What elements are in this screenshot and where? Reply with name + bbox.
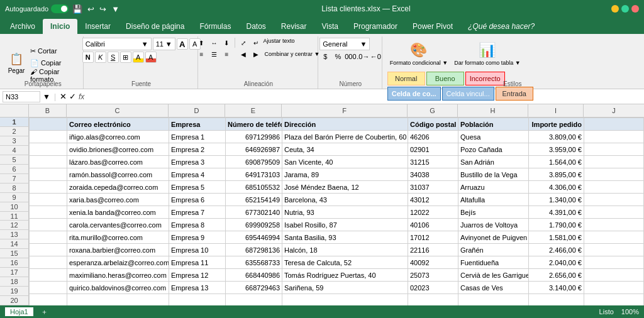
- cell-c2[interactable]: iñigo.alas@correo.com: [67, 131, 169, 143]
- font-color-button[interactable]: A: [145, 52, 157, 63]
- cell-f11[interactable]: Halcón, 18: [282, 244, 408, 256]
- tab-datos[interactable]: Datos: [238, 19, 273, 34]
- cell-c9[interactable]: carola.cervantes@correo.com: [67, 219, 169, 231]
- text-angle-button[interactable]: ⤢: [238, 38, 249, 48]
- cell-f12[interactable]: Teresa de Calcuta, 52: [282, 256, 408, 269]
- dec-decimal-button[interactable]: ←0: [370, 52, 381, 62]
- currency-button[interactable]: $: [319, 52, 331, 62]
- cell-g13[interactable]: 25073: [408, 269, 458, 282]
- cell-e1[interactable]: Número de teléfono: [226, 118, 282, 131]
- cell-d9[interactable]: Empresa 8: [169, 219, 226, 231]
- cell-b7[interactable]: [30, 194, 67, 206]
- cell-i5[interactable]: 3.895,00 €: [529, 168, 584, 181]
- cell-reference-box[interactable]: N33: [3, 91, 40, 102]
- undo-icon[interactable]: ↩: [86, 3, 96, 15]
- font-family-selector[interactable]: Calibri ▼: [82, 38, 152, 50]
- cell-f1[interactable]: Dirección: [282, 118, 408, 131]
- cell-c12[interactable]: esperanza.arbelaiz@correo.com: [67, 256, 169, 269]
- cell-d10[interactable]: Empresa 9: [169, 231, 226, 244]
- tab-formulas[interactable]: Fórmulas: [192, 19, 238, 34]
- style-entrada-button[interactable]: Entrada: [496, 87, 533, 101]
- cell-d4[interactable]: Empresa 3: [169, 156, 226, 168]
- cell-b11[interactable]: [30, 244, 67, 256]
- cell-b5[interactable]: [30, 168, 67, 181]
- cell-e14[interactable]: 668729463: [226, 282, 282, 294]
- cell-d12[interactable]: Empresa 11: [169, 256, 226, 269]
- cell-h15[interactable]: [458, 294, 529, 306]
- cell-i10[interactable]: 1.581,00 €: [529, 231, 584, 244]
- minimize-button[interactable]: [611, 5, 619, 13]
- cell-i3[interactable]: 3.959,00 €: [529, 143, 584, 156]
- add-sheet-icon[interactable]: ＋: [41, 307, 48, 317]
- cell-i12[interactable]: 2.040,00 €: [529, 256, 584, 269]
- cell-f5[interactable]: Jarama, 89: [282, 168, 408, 181]
- cell-j5[interactable]: [584, 168, 644, 181]
- cell-i1[interactable]: Importe pedido: [529, 118, 584, 131]
- style-celda-vin-button[interactable]: Celda vincul...: [442, 87, 494, 101]
- cell-e10[interactable]: 695446994: [226, 231, 282, 244]
- cell-h14[interactable]: Casas de Ves: [458, 282, 529, 294]
- tab-vista[interactable]: Vista: [314, 19, 346, 34]
- cell-i13[interactable]: 2.656,00 €: [529, 269, 584, 282]
- cell-g9[interactable]: 40106: [408, 219, 458, 231]
- cell-e6[interactable]: 685105532: [226, 181, 282, 194]
- align-left-button[interactable]: ≡: [196, 49, 207, 59]
- align-center-button[interactable]: ☰: [208, 49, 219, 59]
- cell-b6[interactable]: [30, 181, 67, 194]
- tab-powerpivot[interactable]: Power Pivot: [405, 19, 460, 34]
- cell-h12[interactable]: Fuentidueña: [458, 256, 529, 269]
- align-middle-button[interactable]: ↔: [208, 38, 219, 48]
- indent-inc-button[interactable]: ▶: [250, 49, 262, 59]
- cell-f9[interactable]: Isabel Rosillo, 87: [282, 219, 408, 231]
- cell-g12[interactable]: 40092: [408, 256, 458, 269]
- underline-button[interactable]: S: [108, 52, 119, 63]
- cell-g1[interactable]: Código postal: [408, 118, 458, 131]
- cell-h6[interactable]: Arruazu: [458, 181, 529, 194]
- cell-j11[interactable]: [584, 244, 644, 256]
- format-as-table-button[interactable]: 📊 Dar formato como tabla ▼: [452, 38, 523, 70]
- cell-f8[interactable]: Nutria, 93: [282, 206, 408, 219]
- cell-d7[interactable]: Empresa 6: [169, 194, 226, 206]
- cell-i4[interactable]: 1.564,00 €: [529, 156, 584, 168]
- cell-g3[interactable]: 02901: [408, 143, 458, 156]
- fill-color-button[interactable]: A: [133, 52, 144, 63]
- cell-i15[interactable]: [529, 294, 584, 306]
- tab-inicio[interactable]: Inicio: [43, 19, 77, 34]
- cell-b15[interactable]: [30, 294, 67, 306]
- tab-archivo[interactable]: Archivo: [3, 19, 43, 34]
- cell-e12[interactable]: 635568733: [226, 256, 282, 269]
- cell-g11[interactable]: 22116: [408, 244, 458, 256]
- cancel-formula-icon[interactable]: ✕: [60, 92, 67, 101]
- cell-b9[interactable]: [30, 219, 67, 231]
- merge-button[interactable]: Combinar y centrar ▼: [263, 49, 321, 59]
- cell-h13[interactable]: Cervià de les Garrigue: [458, 269, 529, 282]
- cell-c3[interactable]: ovidio.briones@correo.com: [67, 143, 169, 156]
- cell-b2[interactable]: [30, 131, 67, 143]
- cell-e9[interactable]: 699909258: [226, 219, 282, 231]
- cell-j1[interactable]: [584, 118, 644, 131]
- cell-f14[interactable]: Sariñena, 59: [282, 282, 408, 294]
- cell-h11[interactable]: Grañén: [458, 244, 529, 256]
- cell-h8[interactable]: Bejís: [458, 206, 529, 219]
- tab-diseno[interactable]: Diseño de página: [118, 19, 192, 34]
- cell-c1[interactable]: Correo electrónico: [67, 118, 169, 131]
- cell-j10[interactable]: [584, 231, 644, 244]
- close-button[interactable]: [631, 5, 639, 13]
- thousands-button[interactable]: 000: [345, 52, 356, 62]
- cell-j8[interactable]: [584, 206, 644, 219]
- percent-button[interactable]: %: [332, 52, 343, 62]
- format-brush-button[interactable]: 🖌 Copiar formato: [28, 70, 79, 81]
- cell-c6[interactable]: zoraida.cepeda@correo.com: [67, 181, 169, 194]
- cell-b12[interactable]: [30, 256, 67, 269]
- cell-b4[interactable]: [30, 156, 67, 168]
- cell-d14[interactable]: Empresa 13: [169, 282, 226, 294]
- cell-d1[interactable]: Empresa: [169, 118, 226, 131]
- cell-f10[interactable]: Santa Basilia, 93: [282, 231, 408, 244]
- align-bottom-button[interactable]: ⬇: [221, 38, 232, 48]
- align-right-button[interactable]: ≡: [221, 49, 232, 59]
- cell-e7[interactable]: 652154149: [226, 194, 282, 206]
- cell-i11[interactable]: 2.466,00 €: [529, 244, 584, 256]
- cell-e5[interactable]: 649173103: [226, 168, 282, 181]
- cell-i8[interactable]: 4.391,00 €: [529, 206, 584, 219]
- cell-c15[interactable]: [67, 294, 169, 306]
